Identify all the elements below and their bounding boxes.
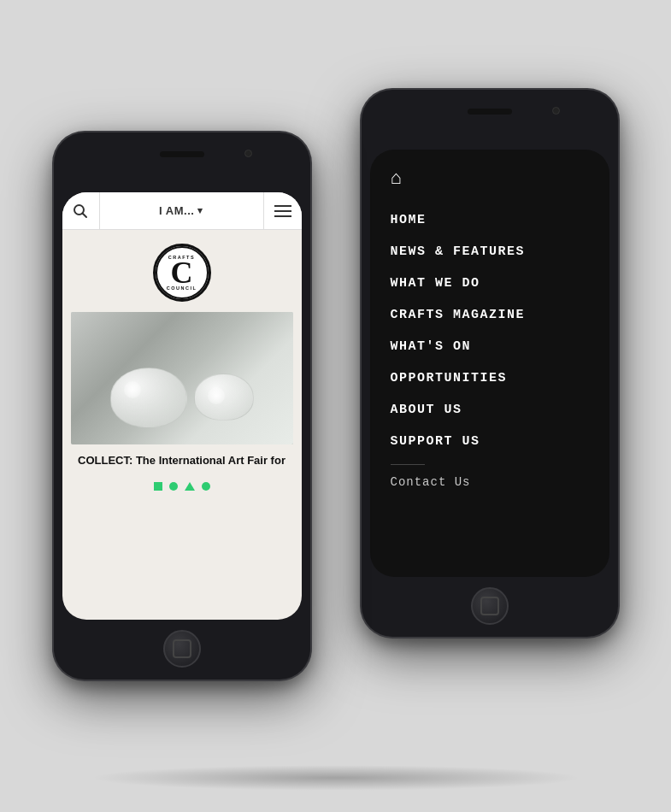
phone-left-home-button[interactable] bbox=[163, 630, 201, 668]
home-icon[interactable]: ⌂ bbox=[391, 167, 589, 189]
feature-image[interactable] bbox=[71, 312, 293, 444]
menu-line-2 bbox=[274, 210, 291, 212]
nav-item-support-us[interactable]: SUPPORT US bbox=[391, 426, 589, 457]
screen-right: ⌂ HOME NEWS & FEATURES WHAT WE DO CRAFTS… bbox=[370, 150, 609, 577]
iam-caret: ▾ bbox=[197, 205, 203, 216]
nav-item-opportunities[interactable]: OPPORTUNITIES bbox=[391, 362, 589, 394]
scene: ⌂ HOME NEWS & FEATURES WHAT WE DO CRAFTS… bbox=[28, 38, 644, 774]
logo-letter-c: C bbox=[171, 257, 193, 288]
nav-menu: HOME NEWS & FEATURES WHAT WE DO CRAFTS M… bbox=[391, 204, 589, 457]
nav-item-whats-on[interactable]: WHAT'S ON bbox=[391, 331, 589, 362]
phone-left-camera bbox=[244, 150, 252, 157]
phone-right: ⌂ HOME NEWS & FEATURES WHAT WE DO CRAFTS… bbox=[362, 90, 618, 637]
search-button[interactable] bbox=[62, 192, 100, 230]
phone-right-camera bbox=[552, 107, 560, 115]
menu-line-3 bbox=[274, 215, 291, 217]
nav-item-about-us[interactable]: ABOUT US bbox=[391, 394, 589, 426]
bowl-large bbox=[110, 368, 187, 427]
dot-2-circle[interactable] bbox=[169, 482, 178, 491]
topbar: I AM... ▾ bbox=[62, 192, 302, 230]
nav-divider bbox=[391, 464, 425, 465]
svg-line-1 bbox=[83, 213, 87, 217]
phone-left: I AM... ▾ CRAFTS C bbox=[54, 132, 310, 680]
article-title: COLLECT: The International Art Fair for bbox=[74, 453, 290, 468]
crafts-council-logo[interactable]: CRAFTS C COUNCIL bbox=[153, 244, 211, 302]
iam-label: I AM... bbox=[159, 204, 194, 217]
dot-1-square[interactable] bbox=[154, 482, 162, 491]
nav-contact-us[interactable]: Contact Us bbox=[391, 472, 589, 492]
nav-item-what-we-do[interactable]: WHAT WE DO bbox=[391, 268, 589, 299]
screen-left: I AM... ▾ CRAFTS C bbox=[62, 192, 302, 620]
phone-right-speaker bbox=[468, 109, 512, 115]
bowl-medium bbox=[194, 374, 254, 421]
nav-item-home[interactable]: HOME bbox=[391, 204, 589, 236]
phone-left-speaker bbox=[160, 151, 204, 157]
bowl-glow bbox=[124, 381, 141, 398]
logo-text-bottom: COUNCIL bbox=[157, 285, 207, 291]
logo-area: CRAFTS C COUNCIL bbox=[62, 230, 302, 312]
bowl-container bbox=[71, 312, 293, 444]
dot-4-circle[interactable] bbox=[202, 482, 210, 491]
carousel-dots[interactable] bbox=[62, 475, 302, 496]
nav-item-news[interactable]: NEWS & FEATURES bbox=[391, 236, 589, 268]
phone-right-screen-container: ⌂ HOME NEWS & FEATURES WHAT WE DO CRAFTS… bbox=[370, 150, 609, 577]
caption-area: COLLECT: The International Art Fair for bbox=[62, 444, 302, 475]
logo-inner: CRAFTS C COUNCIL bbox=[156, 246, 209, 299]
bowl-glow-2 bbox=[208, 387, 225, 404]
logo-text-top: CRAFTS bbox=[157, 255, 207, 260]
nav-item-crafts-magazine[interactable]: CRAFTS MAGAZINE bbox=[391, 299, 589, 331]
hamburger-menu-button[interactable] bbox=[264, 192, 302, 230]
phone-left-screen-container: I AM... ▾ CRAFTS C bbox=[62, 192, 302, 620]
phone-right-home-button[interactable] bbox=[471, 587, 509, 625]
menu-line-1 bbox=[274, 205, 291, 207]
iam-dropdown[interactable]: I AM... ▾ bbox=[100, 204, 263, 217]
dot-3-triangle[interactable] bbox=[185, 482, 195, 491]
